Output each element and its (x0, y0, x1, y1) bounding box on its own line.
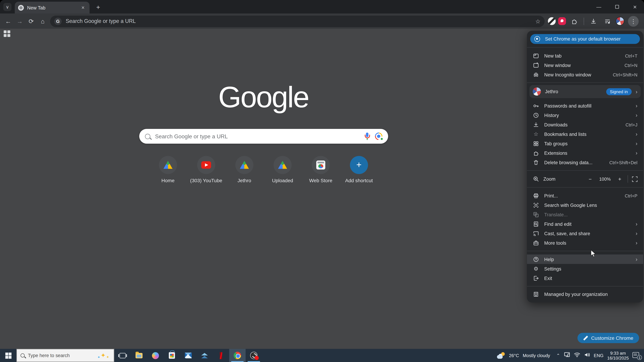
extensions-puzzle-icon[interactable] (568, 15, 580, 27)
web-store-icon (316, 161, 325, 170)
menu-item-new-incognito-window[interactable]: New Incognito window Ctrl+Shift+N (527, 70, 643, 79)
tab-search-button[interactable]: ∨ (3, 3, 12, 11)
menu-item-tab-groups[interactable]: Tab groups › (527, 139, 643, 148)
add-shortcut-button[interactable]: + Add shortcut (340, 156, 378, 183)
close-button[interactable]: × (626, 0, 644, 13)
menu-item-settings[interactable]: ⚙ Settings (527, 264, 643, 273)
tray-expand-icon[interactable]: ⌃ (556, 353, 560, 358)
chrome-taskbar-button[interactable] (229, 349, 246, 362)
toolbar: ← → ⟳ ⌂ G Search Google or type a URL ☆ … (0, 13, 644, 29)
menu-item-profile[interactable]: Jethro Signed in › (530, 85, 641, 98)
tray-condition[interactable]: Mostly cloudy (523, 353, 550, 358)
menu-item-search-with-lens[interactable]: Search with Google Lens (527, 200, 643, 210)
set-default-browser-button[interactable]: Set Chrome as your default browser (530, 34, 640, 44)
mail-envelope-icon (184, 353, 192, 358)
chevron-down-icon: ∨ (6, 4, 9, 10)
menu-item-new-window[interactable]: New window Ctrl+N (527, 60, 643, 70)
menu-item-downloads[interactable]: Downloads Ctrl+J (527, 120, 643, 129)
store-bag-icon (168, 352, 175, 359)
menu-item-managed[interactable]: Managed by your organization (527, 289, 643, 300)
shortcut-home[interactable]: Home (149, 156, 187, 183)
obs-taskbar-button[interactable] (246, 349, 262, 362)
chevron-right-icon: › (636, 89, 637, 94)
close-icon: × (633, 3, 637, 10)
start-button[interactable] (0, 349, 16, 362)
extension-pin-icon[interactable] (558, 17, 566, 25)
menu-item-history[interactable]: History › (527, 110, 643, 120)
menu-overflow-button[interactable]: ⋮ (628, 16, 638, 26)
menu-item-exit[interactable]: Exit (527, 273, 643, 283)
volume-icon[interactable] (584, 352, 590, 359)
ntp-search-box[interactable]: Search Google or type a URL (139, 129, 388, 144)
tray-temperature[interactable]: 26°C (509, 353, 519, 358)
shortcut-uploaded[interactable]: Uploaded (264, 156, 301, 183)
shortcut-jethro[interactable]: Jethro (226, 156, 263, 183)
cast-icon (533, 230, 539, 237)
ntp-center: Google Search Google or type a URL Home … (0, 29, 527, 349)
menu-item-help[interactable]: Help › (527, 254, 643, 264)
address-bar-placeholder: Search Google or type a URL (66, 18, 531, 24)
search-icon (145, 134, 150, 139)
google-lens-icon[interactable] (375, 133, 382, 140)
zoom-out-button[interactable]: − (586, 176, 594, 182)
profile-avatar (533, 87, 541, 96)
wifi-icon[interactable] (574, 352, 580, 359)
copilot-button[interactable] (147, 349, 164, 362)
zoom-in-button[interactable]: + (616, 176, 623, 182)
menu-separator (527, 170, 643, 171)
fullscreen-icon[interactable] (632, 176, 638, 182)
blue-chevron-app-button[interactable] (196, 349, 213, 362)
voice-search-icon[interactable] (364, 132, 370, 140)
shortcut-youtube[interactable]: (303) YouTube (188, 156, 225, 183)
menu-item-cast-save-share[interactable]: Cast, save, and share › (527, 229, 643, 238)
shortcut-webstore[interactable]: Web Store (302, 156, 340, 183)
display-device-icon[interactable] (564, 352, 570, 359)
microsoft-store-button[interactable] (164, 349, 180, 362)
mail-button[interactable] (180, 349, 196, 362)
notification-badge: 1 (637, 355, 642, 360)
address-bar[interactable]: G Search Google or type a URL ☆ (50, 15, 544, 27)
chrome-menu: Set Chrome as your default browser New t… (527, 31, 643, 303)
home-button[interactable]: ⌂ (37, 15, 48, 27)
ntp-search-placeholder: Search Google or type a URL (155, 133, 360, 139)
task-view-icon (119, 353, 126, 358)
reload-button[interactable]: ⟳ (26, 15, 37, 27)
menu-item-extensions[interactable]: Extensions › (527, 148, 643, 158)
downloads-icon[interactable] (588, 15, 599, 27)
minimize-button[interactable]: — (590, 0, 608, 13)
new-tab-icon (533, 52, 539, 59)
notification-center-button[interactable]: 1 (632, 352, 641, 359)
maximize-button[interactable] (608, 0, 626, 13)
menu-item-delete-browsing-data[interactable]: Delete browsing data... Ctrl+Shift+Del (527, 158, 643, 167)
menu-item-print[interactable]: Print... Ctrl+P (527, 191, 643, 200)
menu-item-passwords-autofill[interactable]: Passwords and autofill › (527, 101, 643, 110)
extension-adblock-icon[interactable] (548, 17, 556, 25)
customize-chrome-button[interactable]: Customize Chrome (578, 333, 639, 343)
zoom-magnifier-icon (533, 176, 539, 182)
google-logo: Google (218, 82, 309, 112)
menu-item-more-tools[interactable]: More tools › (527, 238, 643, 247)
tray-clock[interactable]: 9:33 am 16/10/2025 (607, 351, 629, 361)
tab-close-icon[interactable]: × (80, 4, 86, 11)
menu-item-translate: Translate... (527, 210, 643, 219)
new-tab-button[interactable]: + (94, 3, 103, 12)
taskbar-search-box[interactable]: Type here to search ✦ ✦ ✦ (16, 349, 114, 362)
tray-language[interactable]: ENG (594, 353, 604, 358)
bookmark-star-icon[interactable]: ☆ (535, 18, 540, 24)
menu-item-find-and-edit[interactable]: Find and edit › (527, 219, 643, 229)
menu-item-bookmarks[interactable]: ☆ Bookmarks and lists › (527, 129, 643, 139)
taskbar-icons (114, 349, 262, 362)
weather-icon[interactable] (497, 352, 505, 359)
copilot-sparkle-icon: ✦ ✦ ✦ (98, 352, 110, 359)
media-queue-icon[interactable] (602, 15, 613, 27)
tab-new-tab[interactable]: New Tab × (15, 1, 90, 13)
netflix-button[interactable] (213, 349, 229, 362)
forward-button[interactable]: → (14, 15, 26, 27)
task-view-button[interactable] (114, 349, 130, 362)
menu-item-new-tab[interactable]: New tab Ctrl+T (527, 51, 643, 60)
profile-avatar[interactable] (616, 17, 624, 25)
menu-separator (527, 47, 643, 47)
file-explorer-button[interactable] (130, 349, 147, 362)
bookmark-star-icon: ☆ (533, 131, 539, 137)
back-button[interactable]: ← (2, 15, 14, 27)
